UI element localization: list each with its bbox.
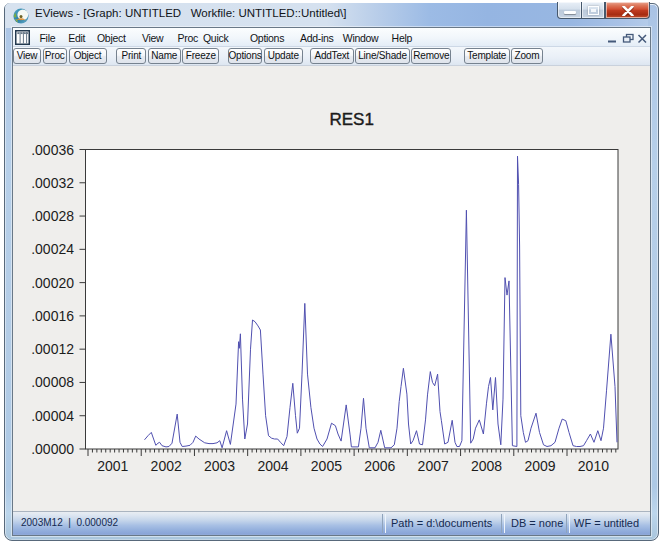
- svg-text:.00004: .00004: [31, 408, 74, 424]
- svg-text:2010: 2010: [578, 458, 609, 474]
- svg-text:RES1: RES1: [329, 110, 373, 129]
- svg-text:.00028: .00028: [31, 208, 74, 224]
- svg-text:.00024: .00024: [31, 241, 74, 257]
- svg-text:.00000: .00000: [31, 441, 74, 457]
- svg-text:2006: 2006: [364, 458, 395, 474]
- svg-text:.00012: .00012: [31, 341, 74, 357]
- svg-text:.00032: .00032: [31, 175, 74, 191]
- svg-text:2002: 2002: [151, 458, 182, 474]
- svg-text:2005: 2005: [311, 458, 342, 474]
- svg-text:2008: 2008: [471, 458, 502, 474]
- svg-text:.00008: .00008: [31, 374, 74, 390]
- svg-text:.00020: .00020: [31, 275, 74, 291]
- svg-text:2009: 2009: [524, 458, 555, 474]
- svg-text:.00036: .00036: [31, 142, 74, 158]
- svg-text:2007: 2007: [418, 458, 449, 474]
- svg-text:2001: 2001: [97, 458, 128, 474]
- svg-text:.00016: .00016: [31, 308, 74, 324]
- svg-text:2003: 2003: [204, 458, 235, 474]
- svg-text:2004: 2004: [257, 458, 288, 474]
